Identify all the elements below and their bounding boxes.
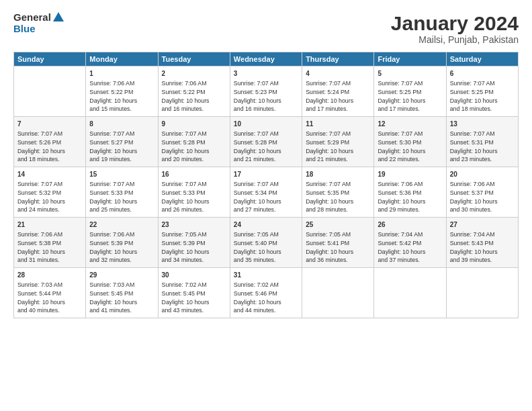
- table-row: 3Sunrise: 7:07 AMSunset: 5:23 PMDaylight…: [230, 66, 302, 117]
- cell-content: Sunrise: 7:02 AMSunset: 5:46 PMDaylight:…: [234, 281, 298, 315]
- cell-content: Sunrise: 7:06 AMSunset: 5:22 PMDaylight:…: [89, 79, 154, 113]
- header-sunday: Sunday: [14, 52, 86, 66]
- day-number: 15: [89, 170, 154, 179]
- cell-content: Sunrise: 7:07 AMSunset: 5:35 PMDaylight:…: [306, 180, 370, 214]
- table-row: 27Sunrise: 7:04 AMSunset: 5:43 PMDayligh…: [446, 218, 518, 268]
- table-row: 11Sunrise: 7:07 AMSunset: 5:29 PMDayligh…: [302, 117, 374, 167]
- cell-content: Sunrise: 7:07 AMSunset: 5:28 PMDaylight:…: [162, 130, 226, 164]
- cell-content: Sunrise: 7:03 AMSunset: 5:44 PMDaylight:…: [17, 281, 82, 315]
- table-row: 15Sunrise: 7:07 AMSunset: 5:33 PMDayligh…: [86, 167, 158, 218]
- header-friday: Friday: [374, 52, 446, 66]
- day-number: 22: [89, 220, 154, 230]
- day-number: 8: [89, 120, 154, 129]
- table-row: [374, 268, 446, 318]
- table-row: 24Sunrise: 7:05 AMSunset: 5:40 PMDayligh…: [230, 218, 302, 268]
- day-number: 4: [306, 69, 370, 79]
- table-row: 1Sunrise: 7:06 AMSunset: 5:22 PMDaylight…: [86, 66, 158, 117]
- day-number: 9: [162, 120, 226, 129]
- header: General Blue January 2024 Mailsi, Punjab…: [13, 12, 519, 45]
- table-row: 14Sunrise: 7:07 AMSunset: 5:32 PMDayligh…: [14, 167, 86, 218]
- table-row: 17Sunrise: 7:07 AMSunset: 5:34 PMDayligh…: [230, 167, 302, 218]
- table-row: 21Sunrise: 7:06 AMSunset: 5:38 PMDayligh…: [14, 218, 86, 268]
- header-tuesday: Tuesday: [158, 52, 230, 66]
- day-number: 24: [234, 220, 298, 230]
- table-row: 23Sunrise: 7:05 AMSunset: 5:39 PMDayligh…: [158, 218, 230, 268]
- week-row-3: 21Sunrise: 7:06 AMSunset: 5:38 PMDayligh…: [14, 218, 519, 268]
- day-number: 2: [162, 69, 226, 79]
- table-row: 26Sunrise: 7:04 AMSunset: 5:42 PMDayligh…: [374, 218, 446, 268]
- svg-marker-0: [53, 12, 64, 21]
- day-number: 3: [234, 69, 298, 79]
- day-number: 17: [234, 170, 298, 179]
- table-row: 8Sunrise: 7:07 AMSunset: 5:27 PMDaylight…: [86, 117, 158, 167]
- day-number: 30: [162, 271, 226, 280]
- table-row: 2Sunrise: 7:06 AMSunset: 5:22 PMDaylight…: [158, 66, 230, 117]
- table-row: 7Sunrise: 7:07 AMSunset: 5:26 PMDaylight…: [14, 117, 86, 167]
- cell-content: Sunrise: 7:07 AMSunset: 5:29 PMDaylight:…: [306, 130, 370, 164]
- day-number: 11: [306, 120, 370, 129]
- logo: General Blue: [13, 12, 64, 34]
- table-row: 28Sunrise: 7:03 AMSunset: 5:44 PMDayligh…: [14, 268, 86, 318]
- table-row: 18Sunrise: 7:07 AMSunset: 5:35 PMDayligh…: [302, 167, 374, 218]
- table-row: 19Sunrise: 7:06 AMSunset: 5:36 PMDayligh…: [374, 167, 446, 218]
- day-number: 26: [378, 220, 442, 230]
- header-thursday: Thursday: [302, 52, 374, 66]
- day-number: 19: [378, 170, 442, 179]
- table-row: 13Sunrise: 7:07 AMSunset: 5:31 PMDayligh…: [446, 117, 518, 167]
- cell-content: Sunrise: 7:07 AMSunset: 5:27 PMDaylight:…: [89, 130, 154, 164]
- table-row: 6Sunrise: 7:07 AMSunset: 5:25 PMDaylight…: [446, 66, 518, 117]
- cell-content: Sunrise: 7:07 AMSunset: 5:25 PMDaylight:…: [450, 79, 515, 113]
- page: General Blue January 2024 Mailsi, Punjab…: [0, 0, 532, 411]
- cell-content: Sunrise: 7:07 AMSunset: 5:24 PMDaylight:…: [306, 79, 370, 113]
- cell-content: Sunrise: 7:04 AMSunset: 5:43 PMDaylight:…: [450, 230, 515, 265]
- cell-content: Sunrise: 7:07 AMSunset: 5:25 PMDaylight:…: [378, 79, 442, 113]
- cell-content: Sunrise: 7:07 AMSunset: 5:26 PMDaylight:…: [17, 130, 82, 164]
- table-row: 10Sunrise: 7:07 AMSunset: 5:28 PMDayligh…: [230, 117, 302, 167]
- table-row: 29Sunrise: 7:03 AMSunset: 5:45 PMDayligh…: [86, 268, 158, 318]
- calendar-table: Sunday Monday Tuesday Wednesday Thursday…: [13, 52, 519, 318]
- cell-content: Sunrise: 7:02 AMSunset: 5:45 PMDaylight:…: [162, 281, 226, 315]
- day-number: 31: [234, 271, 298, 280]
- day-number: 23: [162, 220, 226, 230]
- table-row: 25Sunrise: 7:05 AMSunset: 5:41 PMDayligh…: [302, 218, 374, 268]
- cell-content: Sunrise: 7:04 AMSunset: 5:42 PMDaylight:…: [378, 230, 442, 265]
- table-row: 31Sunrise: 7:02 AMSunset: 5:46 PMDayligh…: [230, 268, 302, 318]
- week-row-2: 14Sunrise: 7:07 AMSunset: 5:32 PMDayligh…: [14, 167, 519, 218]
- day-number: 16: [162, 170, 226, 179]
- week-row-1: 7Sunrise: 7:07 AMSunset: 5:26 PMDaylight…: [14, 117, 519, 167]
- day-number: 1: [89, 69, 154, 79]
- cell-content: Sunrise: 7:05 AMSunset: 5:41 PMDaylight:…: [306, 230, 370, 265]
- cell-content: Sunrise: 7:07 AMSunset: 5:23 PMDaylight:…: [234, 79, 298, 113]
- cell-content: Sunrise: 7:05 AMSunset: 5:39 PMDaylight:…: [162, 230, 226, 265]
- cell-content: Sunrise: 7:03 AMSunset: 5:45 PMDaylight:…: [89, 281, 154, 315]
- cell-content: Sunrise: 7:06 AMSunset: 5:39 PMDaylight:…: [89, 230, 154, 265]
- week-row-4: 28Sunrise: 7:03 AMSunset: 5:44 PMDayligh…: [14, 268, 519, 318]
- day-number: 13: [450, 120, 515, 129]
- table-row: 12Sunrise: 7:07 AMSunset: 5:30 PMDayligh…: [374, 117, 446, 167]
- cell-content: Sunrise: 7:07 AMSunset: 5:34 PMDaylight:…: [234, 180, 298, 214]
- day-number: 21: [17, 220, 82, 230]
- day-number: 5: [378, 69, 442, 79]
- cell-content: Sunrise: 7:06 AMSunset: 5:36 PMDaylight:…: [378, 180, 442, 214]
- day-number: 7: [17, 120, 82, 129]
- day-number: 20: [450, 170, 515, 179]
- table-row: 4Sunrise: 7:07 AMSunset: 5:24 PMDaylight…: [302, 66, 374, 117]
- day-number: 10: [234, 120, 298, 129]
- table-row: [302, 268, 374, 318]
- header-saturday: Saturday: [446, 52, 518, 66]
- day-number: 6: [450, 69, 515, 79]
- day-number: 12: [378, 120, 442, 129]
- subtitle: Mailsi, Punjab, Pakistan: [391, 34, 519, 45]
- cell-content: Sunrise: 7:07 AMSunset: 5:33 PMDaylight:…: [162, 180, 226, 214]
- day-number: 14: [17, 170, 82, 179]
- table-row: 22Sunrise: 7:06 AMSunset: 5:39 PMDayligh…: [86, 218, 158, 268]
- table-row: 30Sunrise: 7:02 AMSunset: 5:45 PMDayligh…: [158, 268, 230, 318]
- week-row-0: 1Sunrise: 7:06 AMSunset: 5:22 PMDaylight…: [14, 66, 519, 117]
- day-number: 28: [17, 271, 82, 280]
- cell-content: Sunrise: 7:06 AMSunset: 5:22 PMDaylight:…: [162, 79, 226, 113]
- cell-content: Sunrise: 7:06 AMSunset: 5:37 PMDaylight:…: [450, 180, 515, 214]
- table-row: 5Sunrise: 7:07 AMSunset: 5:25 PMDaylight…: [374, 66, 446, 117]
- cell-content: Sunrise: 7:07 AMSunset: 5:28 PMDaylight:…: [234, 130, 298, 164]
- cell-content: Sunrise: 7:06 AMSunset: 5:38 PMDaylight:…: [17, 230, 82, 265]
- day-number: 18: [306, 170, 370, 179]
